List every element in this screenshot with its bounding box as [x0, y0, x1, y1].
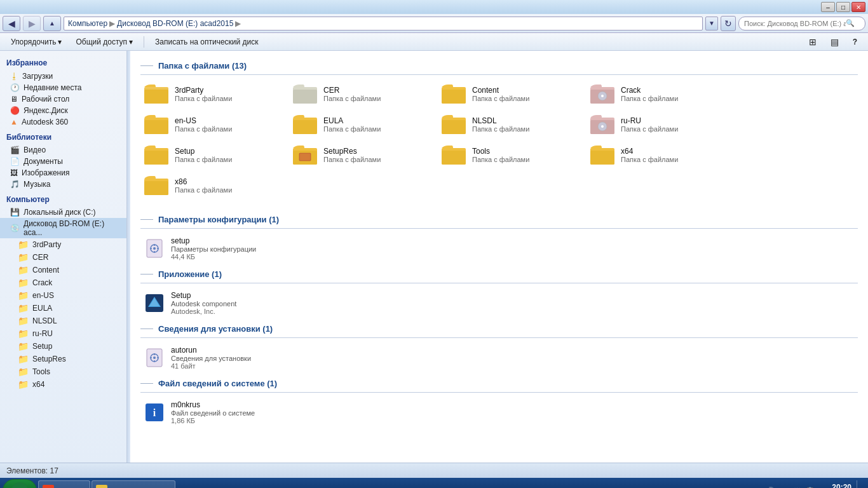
- organize-button[interactable]: Упорядочить ▾: [5, 35, 67, 49]
- config-group-title: Параметры конфигурации (1): [153, 215, 284, 224]
- sidebar-item-content[interactable]: 📁 Content: [0, 264, 126, 276]
- folder-item-setupres[interactable]: SetupRes Папка с файлами: [289, 141, 435, 169]
- images-icon: 🖼: [10, 168, 18, 177]
- folder-icon: [144, 144, 170, 166]
- file-item-setup-cfg[interactable]: setup Параметры конфигурации 44,4 КБ: [140, 234, 858, 263]
- sidebar-item-bd-rom[interactable]: 💿 Дисковод BD-ROM (E:) aca...: [0, 218, 126, 238]
- item-count: Элементов: 17: [6, 466, 58, 475]
- svg-rect-4: [293, 90, 317, 104]
- folder-item-ru-ru[interactable]: ru-RU Папка с файлами: [587, 111, 733, 139]
- music-icon: 🎵: [10, 180, 20, 189]
- svg-rect-2: [144, 90, 168, 104]
- main-layout: Избранное ⭳ Загрузки 🕐 Недавние места 🖥 …: [0, 51, 868, 463]
- folder-icon: [293, 144, 318, 166]
- chevron-down-icon: ▾: [58, 37, 62, 46]
- window-controls: – □ ✕: [821, 2, 865, 12]
- autocad-icon: A: [43, 485, 54, 488]
- start-button[interactable]: ⊞: [3, 479, 37, 488]
- details-pane-button[interactable]: ▤: [825, 35, 844, 49]
- sidebar-item-yandex[interactable]: 🔴 Яндекс.Диск: [0, 105, 126, 116]
- sidebar-item-music[interactable]: 🎵 Музыка: [0, 179, 126, 190]
- folder-item-en-us[interactable]: en-US Папка с файлами: [140, 111, 287, 139]
- windows-logo-icon: ⊞: [11, 482, 29, 488]
- sidebar-item-3rdparty[interactable]: 📁 3rdParty: [0, 238, 126, 251]
- sidebar-item-setup[interactable]: 📁 Setup: [0, 340, 126, 353]
- svg-rect-29: [590, 151, 614, 165]
- folder-item-cer[interactable]: CER Папка с файлами: [289, 80, 435, 108]
- sysinfo-group-header: Файл сведений о системе (1): [140, 374, 858, 393]
- sidebar-item-crack[interactable]: 📁 Crack: [0, 276, 126, 289]
- back-button[interactable]: ◀: [3, 16, 20, 31]
- sidebar-item-video[interactable]: 🎬 Видео: [0, 144, 126, 156]
- file-item-setup-app[interactable]: Setup Autodesk component Autodesk, Inc.: [140, 288, 858, 318]
- star-icon: ⭳: [10, 71, 18, 81]
- sidebar-item-en-us[interactable]: 📁 en-US: [0, 289, 126, 302]
- path-computer: Компьютер: [68, 19, 107, 28]
- folder-item-setup[interactable]: Setup Папка с файлами: [140, 141, 287, 169]
- sidebar-item-localc[interactable]: 💾 Локальный диск (C:): [0, 207, 126, 218]
- view-options-button[interactable]: ⊞: [803, 35, 822, 49]
- svg-text:⊞: ⊞: [16, 485, 24, 488]
- sidebar-item-tools[interactable]: 📁 Tools: [0, 365, 126, 378]
- taskbar-app-autocad[interactable]: A AutoCAD: [38, 480, 90, 488]
- sidebar-item-images[interactable]: 🖼 Изображения: [0, 167, 126, 179]
- documents-icon: 📄: [10, 157, 20, 166]
- sidebar-item-desktop[interactable]: 🖥 Рабочий стол: [0, 93, 126, 105]
- help-button[interactable]: ?: [847, 35, 863, 49]
- computer-label: Компьютер: [0, 193, 126, 207]
- sidebar-item-ru-ru[interactable]: 📁 ru-RU: [0, 327, 126, 340]
- path-dropdown[interactable]: ▼: [705, 17, 718, 30]
- maximize-button[interactable]: □: [836, 2, 850, 12]
- address-bar: ◀ ▶ ▲ Компьютер ▶ Дисковод BD-ROM (E:) a…: [0, 14, 868, 33]
- sidebar-item-setupres[interactable]: 📁 SetupRes: [0, 353, 126, 365]
- chevron-down-icon: ▾: [129, 37, 133, 46]
- favorites-section: Избранное ⭳ Загрузки 🕐 Недавние места 🖥 …: [0, 56, 126, 128]
- sidebar-item-recent[interactable]: 🕐 Недавние места: [0, 82, 126, 93]
- file-item-m0nkrus[interactable]: i m0nkrus Файл сведений о системе 1,86 К…: [140, 398, 858, 427]
- sidebar-item-cer[interactable]: 📁 CER: [0, 251, 126, 264]
- folder-icon: [293, 113, 318, 136]
- sidebar-item-eula[interactable]: 📁 EULA: [0, 302, 126, 315]
- taskbar-app-explorer[interactable]: 📁 Дисковод BD-ROM: [92, 480, 175, 488]
- minimize-button[interactable]: –: [821, 2, 835, 12]
- refresh-button[interactable]: ↻: [721, 16, 736, 31]
- bd-rom-icon: 💿: [10, 224, 20, 233]
- burn-button[interactable]: Записать на оптический диск: [149, 35, 264, 49]
- show-desktop-icon[interactable]: [857, 480, 860, 488]
- sidebar-item-nlsdl[interactable]: 📁 NLSDL: [0, 315, 126, 327]
- close-button[interactable]: ✕: [851, 2, 865, 12]
- svg-rect-6: [442, 90, 466, 104]
- clock[interactable]: 20:20 11.01.2016: [820, 483, 851, 489]
- content-area: Папка с файлами (13) 3rdParty Папка с фа…: [130, 51, 868, 463]
- folder-icon: 📁: [18, 354, 29, 364]
- folder-item-x86[interactable]: x86 Папка с файлами: [140, 172, 287, 200]
- folder-icon: [293, 83, 318, 105]
- address-path[interactable]: Компьютер ▶ Дисковод BD-ROM (E:) acad201…: [64, 17, 703, 30]
- folder-icon: 📁: [18, 367, 29, 377]
- share-button[interactable]: Общий доступ ▾: [70, 35, 139, 49]
- up-button[interactable]: ▲: [43, 16, 61, 31]
- search-input[interactable]: [744, 20, 846, 27]
- app-group-header: Приложение (1): [140, 264, 858, 283]
- folder-item-tools[interactable]: Tools Папка с файлами: [438, 141, 584, 169]
- sidebar-item-downloads[interactable]: ⭳ Загрузки: [0, 70, 126, 82]
- folder-item-crack[interactable]: Crack Папка с файлами: [587, 80, 733, 108]
- forward-button[interactable]: ▶: [23, 16, 41, 31]
- file-item-autorun[interactable]: autorun Сведения для установки 41 байт: [140, 343, 858, 372]
- sidebar-item-x64[interactable]: 📁 x64: [0, 378, 126, 391]
- desktop-icon: 🖥: [10, 95, 18, 104]
- search-box[interactable]: 🔍: [738, 17, 865, 30]
- setup-info-group-header: Сведения для установки (1): [140, 319, 858, 338]
- folder-icon: 📁: [18, 278, 29, 288]
- folder-icon: 📁: [18, 329, 29, 339]
- folder-item-eula[interactable]: EULA Папка с файлами: [289, 111, 435, 139]
- sidebar-item-documents[interactable]: 📄 Документы: [0, 156, 126, 167]
- folder-item-nlsdl[interactable]: NLSDL Папка с файлами: [438, 111, 584, 139]
- folder-item-3rdparty[interactable]: 3rdParty Папка с файлами: [140, 80, 287, 108]
- folder-item-content[interactable]: Content Папка с файлами: [438, 80, 584, 108]
- folder-grid: 3rdParty Папка с файлами CER Папка с фай…: [140, 80, 858, 200]
- taskbar: ⊞ A AutoCAD 📁 Дисковод BD-ROM ▲ 🖥 🔊 EN 🛡…: [0, 478, 868, 488]
- folder-item-x64[interactable]: x64 Папка с файлами: [587, 141, 733, 169]
- sysinfo-group-title: Файл сведений о системе (1): [153, 379, 282, 388]
- sidebar-item-autodesk360[interactable]: ▲ Autodesk 360: [0, 116, 126, 128]
